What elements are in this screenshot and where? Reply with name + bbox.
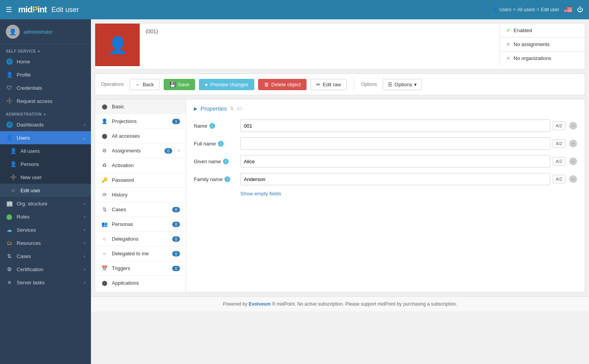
section-administration: ADMINISTRATION ▾: [0, 108, 91, 118]
familyname-remove-button[interactable]: −: [569, 175, 577, 183]
familyname-lang-button[interactable]: A/Z: [553, 175, 565, 183]
sidebar-item-roles[interactable]: ⬤ Roles ‹: [0, 210, 91, 223]
edit-user-icon: ○: [10, 187, 17, 193]
sidebar-item-dashboards[interactable]: 🌐 Dashboards ‹: [0, 118, 91, 131]
panel-item-password[interactable]: 🔑 Password: [95, 173, 186, 188]
sidebar-item-resources[interactable]: 🗂 Resources ‹: [0, 236, 91, 250]
home-icon: 🌐: [6, 58, 13, 65]
familyname-info-icon[interactable]: i: [224, 176, 230, 182]
givenname-lang-button[interactable]: A/Z: [553, 157, 565, 166]
avatar-icon: 👤: [9, 28, 17, 36]
givenname-input[interactable]: [240, 155, 550, 167]
panel-item-history[interactable]: ⟳ History: [95, 188, 186, 202]
personas-icon: 👥: [101, 221, 108, 227]
edit-raw-button[interactable]: ✏ Edit raw: [310, 79, 347, 90]
sidebar-item-request-access[interactable]: ➕ Request access: [0, 94, 91, 108]
givenname-info-icon[interactable]: i: [223, 159, 229, 164]
sidebar-item-credentials[interactable]: 🛡 Credentials: [0, 81, 91, 94]
panel-item-assignments[interactable]: ⚙ Assignments 0 <: [95, 144, 186, 158]
sidebar-sub-edit-user[interactable]: ○ Edit user: [0, 184, 91, 197]
preview-changes-button[interactable]: ● Preview changes: [199, 79, 254, 90]
name-lang-button[interactable]: A/Z: [553, 121, 565, 130]
fullname-input[interactable]: [240, 137, 550, 150]
sidebar-sub-new-user[interactable]: ➕ New user: [0, 171, 91, 184]
panel-item-applications[interactable]: ⬤ Applications: [95, 276, 186, 291]
user-header-card: 👤 (001) ✓ Enabled ✕ No assignments ✕ No …: [95, 23, 585, 70]
panel-cases-label: Cases: [112, 207, 126, 212]
panel-assignments-label: Assignments: [112, 148, 140, 154]
givenname-label: Given name i: [194, 159, 236, 164]
show-empty-fields-link[interactable]: Show empty fields: [240, 191, 281, 197]
status-badge-enabled: ✓ Enabled: [500, 24, 585, 38]
flag-icon[interactable]: 🇺🇸: [564, 5, 572, 14]
sidebar-item-services[interactable]: ☁ Services ‹: [0, 223, 91, 236]
properties-header: ▶ Properties ⇅ 🏷: [194, 105, 577, 112]
status-badge-no-assignments: ✕ No assignments: [500, 38, 585, 51]
breadcrumb-all-users[interactable]: All users: [517, 7, 535, 12]
sidebar-item-certification[interactable]: ⚙ Certification ‹: [0, 263, 91, 276]
power-button[interactable]: ⏻: [577, 6, 583, 13]
familyname-input[interactable]: [240, 173, 550, 185]
givenname-input-wrap: A/Z: [240, 155, 565, 167]
panel-item-delegated-to-me[interactable]: ○ Delegated to me 0: [95, 246, 186, 261]
sort-icon[interactable]: ⇅: [230, 106, 234, 111]
applications-icon: ⬤: [101, 280, 108, 286]
panel-triggers-label: Triggers: [112, 265, 130, 271]
sidebar-item-users[interactable]: 👤 Users ⌄: [0, 131, 91, 144]
fullname-lang-button[interactable]: A/Z: [553, 139, 565, 148]
familyname-input-wrap: A/Z: [240, 173, 565, 185]
panel-item-personas[interactable]: 👥 Personas 0: [95, 217, 186, 232]
fullname-info-icon[interactable]: i: [218, 141, 224, 147]
panel-item-delegations[interactable]: ○ Delegations 0: [95, 232, 186, 246]
x-icon-assignments: ✕: [506, 41, 510, 47]
footer-suffix: ® midPoint. No active subscription. Plea…: [272, 301, 457, 307]
enabled-label: Enabled: [514, 27, 532, 33]
breadcrumb: 👤 Users > All users > Edit user: [492, 7, 559, 12]
panel-item-basic[interactable]: ⬤ Basic: [95, 99, 186, 114]
sidebar-item-profile[interactable]: 👤 Profile: [0, 68, 91, 81]
status-badge-no-organizations: ✕ No organizations: [500, 51, 585, 65]
fullname-remove-button[interactable]: −: [569, 140, 577, 147]
sidebar-item-server-tasks[interactable]: ≡ Server tasks ‹: [0, 276, 91, 289]
name-info-icon[interactable]: i: [209, 123, 215, 129]
back-button[interactable]: ← Back: [130, 79, 160, 90]
server-tasks-icon: ≡: [6, 279, 13, 285]
operations-bar: Operations ← Back 💾 Save ● Preview chang…: [95, 73, 585, 95]
sidebar-item-home[interactable]: 🌐 Home: [0, 55, 91, 68]
name-input[interactable]: [240, 120, 550, 132]
breadcrumb-edit-user: Edit user: [541, 7, 559, 12]
delete-object-button[interactable]: 🗑 Delete object: [258, 79, 306, 90]
form-row-familyname: Family name i A/Z −: [194, 173, 577, 185]
sidebar-item-cases[interactable]: ⇅ Cases ‹: [0, 250, 91, 263]
top-nav-right: 👤 Users > All users > Edit user 🇺🇸 ⏻: [492, 5, 583, 14]
org-chevron: ‹: [84, 202, 85, 206]
top-nav: ☰ midPint Edit user 👤 Users > All users …: [0, 0, 589, 19]
sidebar-sub-persons[interactable]: 👤 Persons: [0, 157, 91, 171]
sidebar-user: 👤 administrator: [0, 19, 91, 44]
hamburger-icon[interactable]: ☰: [6, 5, 12, 14]
options-button[interactable]: ☰ Options ▾: [383, 79, 422, 90]
status-badges: ✓ Enabled ✕ No assignments ✕ No organiza…: [500, 24, 585, 65]
sidebar-item-org-structure[interactable]: 🏢 Org. structure ‹: [0, 197, 91, 210]
save-button[interactable]: 💾 Save: [164, 79, 195, 90]
server-tasks-chevron: ‹: [84, 280, 85, 285]
options-icon: ☰: [388, 82, 392, 87]
tag-icon[interactable]: 🏷: [237, 106, 241, 111]
sidebar-username[interactable]: administrator: [24, 29, 53, 35]
panel-activation-label: Activation: [112, 162, 134, 168]
panel-item-triggers[interactable]: 📅 Triggers 0: [95, 261, 186, 276]
save-icon: 💾: [170, 82, 176, 87]
givenname-remove-button[interactable]: −: [569, 157, 577, 165]
panel-item-all-accesses[interactable]: ⬤ All accesses: [95, 129, 186, 144]
logo: midPint: [18, 5, 47, 15]
panel-item-cases[interactable]: ⇅ Cases 0: [95, 202, 186, 217]
footer-brand-link[interactable]: Evolveum: [249, 301, 271, 307]
name-remove-button[interactable]: −: [569, 122, 577, 130]
operations-label: Operations: [101, 82, 124, 87]
services-chevron: ‹: [84, 228, 85, 232]
breadcrumb-users[interactable]: Users: [499, 7, 511, 12]
panel-item-projections[interactable]: 👤 Projections 1: [95, 114, 186, 129]
sidebar-sub-all-users[interactable]: 👤 All users: [0, 144, 91, 157]
panel-item-activation[interactable]: ♻ Activation: [95, 158, 186, 173]
dashboards-icon: 🌐: [6, 121, 13, 128]
